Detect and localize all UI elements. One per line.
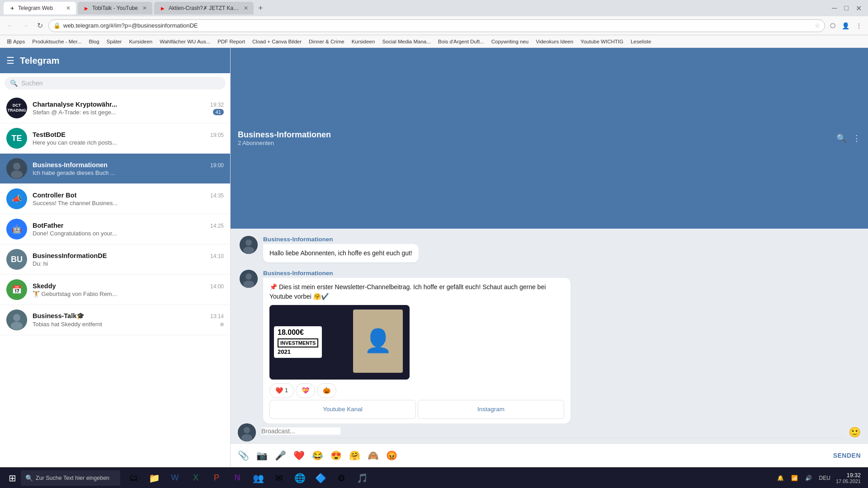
reload-button[interactable]: ↻ <box>34 19 46 32</box>
microphone-icon[interactable]: 🎤 <box>275 450 286 461</box>
chat-more-icon[interactable]: ⋮ <box>853 133 861 143</box>
bookmark-produktsuche[interactable]: Produktsuche - Mer... <box>29 38 85 45</box>
send-button[interactable]: SENDEN <box>833 452 861 459</box>
bookmark-später[interactable]: Später <box>104 38 125 45</box>
taskbar-app-outlook[interactable]: ✉ <box>269 469 288 488</box>
tray-notifications[interactable]: 🔔 <box>775 474 786 482</box>
profile-icon[interactable]: 👤 <box>840 21 852 31</box>
chat-item-botfather[interactable]: 🤖 BotFather 14:25 Done! Congratulations … <box>0 214 230 244</box>
tab-close-telegram[interactable]: ✕ <box>66 5 71 11</box>
bookmark-blog[interactable]: Blog <box>86 38 103 45</box>
tab-title-aktien: Aktien-Crash?✗ JETZT Kaufen... <box>169 5 239 11</box>
chat-time-botfather: 14:25 <box>210 223 224 229</box>
reaction-heart[interactable]: ❤️ 1 <box>269 383 294 398</box>
bookmark-apps[interactable]: ⊞Apps <box>4 37 28 46</box>
taskbar-app-onenote[interactable]: N <box>228 469 247 488</box>
minimize-button[interactable]: ─ <box>829 2 840 14</box>
svg-point-5 <box>11 322 23 330</box>
tray-language[interactable]: DEU <box>817 474 832 482</box>
new-tab-button[interactable]: + <box>255 4 266 13</box>
attach-file-icon[interactable]: 📎 <box>238 450 249 461</box>
quick-emoji-laugh[interactable]: 😂 <box>312 450 323 461</box>
extensions-icon[interactable]: ⎔ <box>828 21 838 31</box>
menu-icon[interactable]: ☰ <box>6 55 14 66</box>
taskbar-app-settings[interactable]: ⚙ <box>332 469 351 488</box>
back-button[interactable]: ← <box>4 20 16 32</box>
reaction-sparkling-emoji: 💝 <box>302 386 309 395</box>
close-window-button[interactable]: ✕ <box>853 2 864 14</box>
camera-icon[interactable]: 📷 <box>256 450 268 461</box>
message-avatar-1 <box>240 236 258 254</box>
quick-emoji-love[interactable]: 😍 <box>330 450 342 461</box>
chat-item-controller[interactable]: 📣 Controller Bot 14:35 Success! The chan… <box>0 184 230 214</box>
bookmark-canva[interactable]: Cload + Canva Bilder <box>249 38 305 45</box>
bookmark-star-icon[interactable]: ☆ <box>815 22 820 29</box>
tab-close-youtube[interactable]: ✕ <box>142 5 147 11</box>
tray-network[interactable]: 📶 <box>789 474 800 482</box>
tray-volume[interactable]: 🔊 <box>803 474 814 482</box>
bookmark-kursideen1[interactable]: Kursideen <box>126 38 156 45</box>
bookmark-youtube[interactable]: Youtube WICHTIG <box>577 38 627 45</box>
bookmark-kursideen2[interactable]: Kursideen <box>349 38 378 45</box>
taskbar-app-teams[interactable]: 👥 <box>249 469 268 488</box>
start-button[interactable]: ⊞ <box>4 469 21 487</box>
chat-preview-business-talk: Tobias hat Skeddy entfernt <box>33 321 220 328</box>
taskbar-app-cortana[interactable]: 🗂 <box>124 469 143 488</box>
quick-emoji-heart[interactable]: ❤️ <box>293 450 305 461</box>
quick-emoji-angry[interactable]: 😡 <box>386 450 397 461</box>
taskbar-app-powerpoint[interactable]: P <box>207 469 226 488</box>
bookmark-dinner[interactable]: Dinner & Crime <box>306 38 348 45</box>
search-input[interactable] <box>21 80 220 87</box>
bookmark-social[interactable]: Social Media Mana... <box>379 38 434 45</box>
chat-item-businessinfo-de[interactable]: BU BusinessInformationDE 14:10 Du: hi <box>0 244 230 275</box>
taskbar-app-excel[interactable]: X <box>186 469 205 488</box>
url-input[interactable] <box>63 22 812 29</box>
tab-aktien[interactable]: ▶ Aktien-Crash?✗ JETZT Kaufen... ✕ <box>154 2 254 14</box>
taskbar-app-chrome[interactable]: 🌐 <box>290 469 309 488</box>
bookmarks-bar: ⊞Apps Produktsuche - Mer... Blog Später … <box>0 35 868 48</box>
reaction-sparkling-heart[interactable]: 💝 <box>296 383 315 398</box>
broadcast-emoji-button[interactable]: 🙂 <box>849 427 861 438</box>
tab-youtube[interactable]: ▶ TobiTalk - YouTube ✕ <box>78 2 152 14</box>
chat-preview-skeddy: 🏋 Geburtstag von Fabio Rem... <box>33 291 224 297</box>
maximize-button[interactable]: □ <box>841 2 851 14</box>
bookmark-pdf[interactable]: PDF Report <box>214 38 248 45</box>
taskbar-app-spotify[interactable]: 🎵 <box>353 469 372 488</box>
instagram-button[interactable]: Instagram <box>418 400 564 419</box>
bookmark-videokurs[interactable]: Videokurs Ideen <box>533 38 576 45</box>
svg-point-16 <box>244 427 250 433</box>
quick-emoji-hug[interactable]: 🤗 <box>349 450 360 461</box>
message-content-1: Business-Informationen Hallo liebe Abonn… <box>263 236 419 263</box>
chat-item-business-talk[interactable]: Business-Talk🎓 13:14 Tobias hat Skeddy e… <box>0 305 230 335</box>
chat-item-skeddy[interactable]: 📅 Skeddy 14:00 🏋 Geburtstag von Fabio Re… <box>0 275 230 305</box>
forward-button[interactable]: → <box>19 20 32 32</box>
bookmark-leseliste[interactable]: Leseliste <box>627 38 654 45</box>
taskbar-app-edge[interactable]: 🔷 <box>311 469 330 488</box>
taskbar-search[interactable]: 🔍 Zur Suche Text hier eingeben <box>21 470 120 486</box>
address-bar[interactable]: 🔒 ☆ <box>48 19 825 32</box>
reaction-pumpkin[interactable]: 🎃 <box>317 383 336 398</box>
chat-item-testbot[interactable]: TE TestBotDE 19:05 Here you can create r… <box>0 123 230 154</box>
bookmark-wahlfächer[interactable]: Wahlfächer WU Aus... <box>156 38 213 45</box>
tab-telegram[interactable]: ✈ Telegram Web ✕ <box>4 2 76 14</box>
broadcast-input[interactable] <box>261 427 340 435</box>
chat-item-business-info[interactable]: Business-Informationen 19:00 Ich habe ge… <box>0 154 230 184</box>
more-icon[interactable]: ⋮ <box>854 21 864 31</box>
tray-clock[interactable]: 19:32 17.05.2021 <box>836 472 861 484</box>
search-input-wrap[interactable]: 🔍 <box>5 77 226 89</box>
avatar-controller: 📣 <box>6 188 27 209</box>
youtube-kanal-button[interactable]: Youtube Kanal <box>269 400 416 419</box>
bookmark-copywriting[interactable]: Copywriting neu <box>488 38 532 45</box>
chat-header-info[interactable]: Business-Informationen 2 Abonnenten <box>238 130 331 146</box>
chat-search-icon[interactable]: 🔍 <box>836 133 846 143</box>
taskbar-app-explorer[interactable]: 📁 <box>145 469 164 488</box>
video-thumbnail[interactable]: 18.000€ INVESTMENTS 2021 👤 <box>269 305 410 380</box>
chat-header: Business-Informationen 2 Abonnenten 🔍 ⋮ <box>231 48 868 229</box>
svg-point-2 <box>11 170 23 178</box>
bookmark-bois[interactable]: Bois d'Argent Duft... <box>435 38 487 45</box>
quick-emoji-monkey[interactable]: 🙈 <box>368 450 379 461</box>
taskbar-app-word[interactable]: W <box>165 469 184 488</box>
chat-item-chartanalyse[interactable]: DCTTRADING Chartanalyse Kryptowähr... 19… <box>0 93 230 123</box>
tab-close-aktien[interactable]: ✕ <box>244 5 248 11</box>
message-sender-1: Business-Informationen <box>263 236 419 243</box>
